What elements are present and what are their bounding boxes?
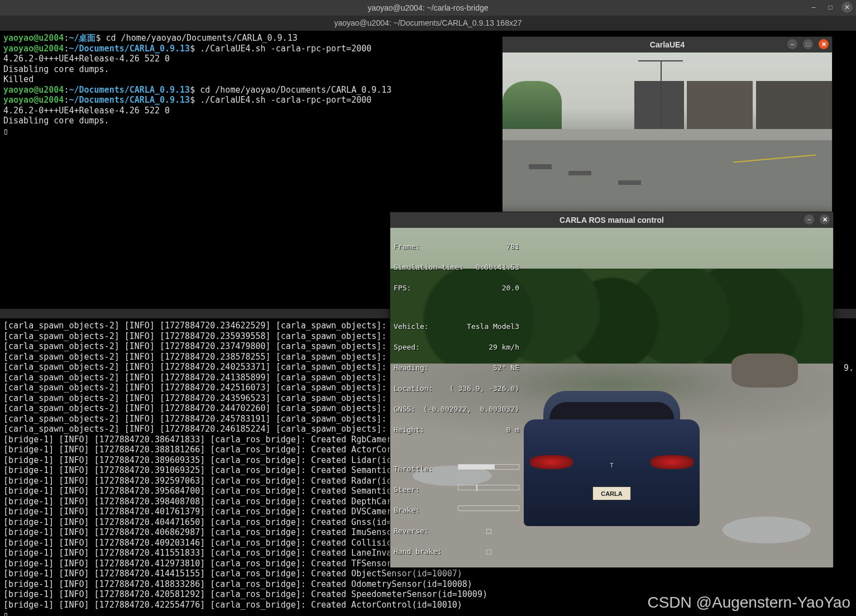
main-window-titlebar: yaoyao@u2004: ~/carla-ros-bridge – □ ✕ xyxy=(0,0,856,16)
manual-control-viewport[interactable]: T CARLA Frame:781 Simulation time:0:00:4… xyxy=(390,228,833,567)
carlaue4-title: CarlaUE4 xyxy=(650,40,685,49)
minimize-button[interactable]: – xyxy=(787,39,797,49)
carlaue4-titlebar[interactable]: CarlaUE4 – □ ✕ xyxy=(503,37,832,52)
overflow-text: 9. xyxy=(844,363,854,373)
throttle-bar xyxy=(458,464,519,470)
close-button[interactable]: ✕ xyxy=(841,2,853,13)
maximize-button[interactable]: □ xyxy=(825,2,836,13)
hud-overlay: Frame:781 Simulation time:0:00:41.53 FPS… xyxy=(394,231,519,567)
handbrake-check xyxy=(486,550,491,555)
terminal-tab-top[interactable]: yaoyao@u2004: ~/Documents/CARLA_0.9.13 1… xyxy=(0,18,856,31)
reverse-check xyxy=(486,529,491,534)
manual-control-titlebar[interactable]: CARLA ROS manual control – ✕ xyxy=(390,212,833,228)
close-button[interactable]: ✕ xyxy=(819,39,829,49)
maximize-button[interactable]: □ xyxy=(803,39,813,49)
manual-control-title: CARLA ROS manual control xyxy=(559,216,664,225)
license-plate: CARLA xyxy=(592,486,632,501)
manual-control-window[interactable]: CARLA ROS manual control – ✕ T CARLA Fra… xyxy=(390,212,834,568)
carlaue4-viewport[interactable] xyxy=(503,52,832,212)
close-button[interactable]: ✕ xyxy=(820,214,830,225)
steer-bar xyxy=(458,485,519,490)
ego-vehicle: T CARLA xyxy=(514,391,709,533)
minimize-button[interactable]: – xyxy=(804,214,814,225)
main-window-title: yaoyao@u2004: ~/carla-ros-bridge xyxy=(367,3,488,12)
minimize-button[interactable]: – xyxy=(808,2,819,13)
brake-bar xyxy=(458,505,519,511)
carlaue4-window[interactable]: CarlaUE4 – □ ✕ xyxy=(502,36,833,213)
